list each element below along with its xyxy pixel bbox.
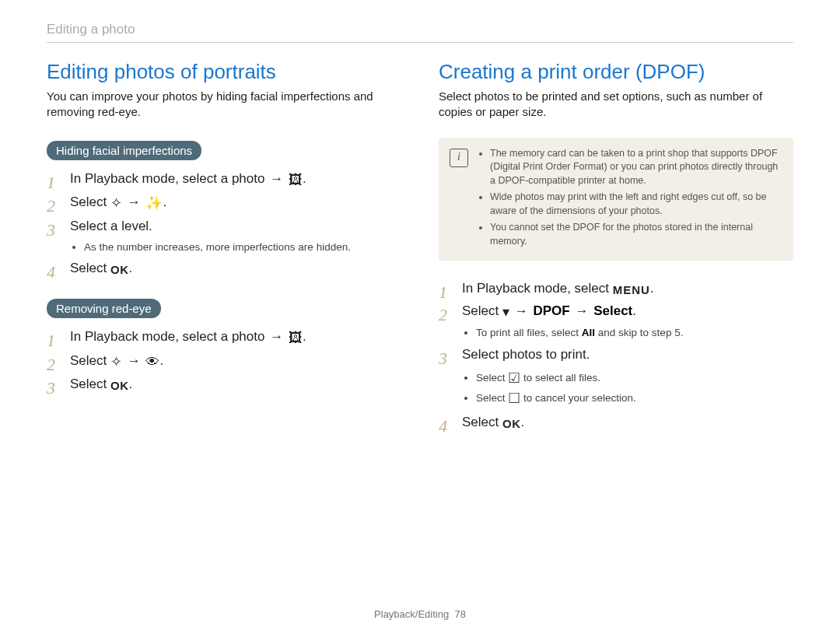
breadcrumb: Editing a photo <box>47 22 793 43</box>
step-text: Select <box>462 303 502 318</box>
arrow-icon: → <box>126 353 142 368</box>
step-text: Select <box>462 415 502 429</box>
sub-text: Select <box>476 372 508 384</box>
arrow-icon: → <box>513 303 530 318</box>
page-footer: Playback/Editing 78 <box>0 608 840 620</box>
step: Select ▾ → DPOF → Select. To print all f… <box>439 300 793 341</box>
sub-item: Select ☐ to cancel your selection. <box>476 388 793 408</box>
sub-list: Select ☑ to select all files. Select ☐ t… <box>462 368 793 408</box>
step: Select ✧ → 👁. <box>47 350 401 374</box>
sub-text: and skip to step 5. <box>595 327 683 338</box>
arrow-icon: → <box>268 171 285 186</box>
step: In Playback mode, select a photo → 🖼. <box>47 326 401 350</box>
sub-item: As the number increases, more imperfecti… <box>84 240 401 255</box>
step-text: Select <box>70 261 110 275</box>
step-text: Select a level. <box>70 219 152 233</box>
step: Select photos to print. Select ☑ to sele… <box>439 344 793 408</box>
face-retouch-icon: ✧ <box>110 350 122 374</box>
sub-item: To print all files, select All and skip … <box>476 325 793 341</box>
step: Select OK. <box>47 373 401 396</box>
face-retouch-icon: ✧ <box>110 191 122 215</box>
beauty-icon: ✨ <box>145 191 163 215</box>
steps-dpof: In Playback mode, select MENU. Select ▾ … <box>439 278 793 434</box>
step-text: In Playback mode, select a photo <box>70 171 268 186</box>
sub-item: Select ☑ to select all files. <box>476 368 793 388</box>
all-label: All <box>582 327 595 338</box>
deselect-icon: ☐ <box>508 388 520 408</box>
chevron-down-icon: ▾ <box>502 300 509 324</box>
steps-redeye: In Playback mode, select a photo → 🖼. Se… <box>47 326 401 396</box>
left-intro: You can improve your photos by hiding fa… <box>47 89 401 121</box>
step: Select OK. <box>47 257 401 280</box>
select-label: Select <box>593 303 632 318</box>
step-text: In Playback mode, select <box>462 281 613 296</box>
note-item: Wide photos may print with the left and … <box>490 191 782 218</box>
step-text: Select photos to print. <box>462 347 590 362</box>
dpof-label: DPOF <box>533 303 569 318</box>
step-text: In Playback mode, select a photo <box>70 329 268 344</box>
step-text: Select <box>70 194 110 209</box>
footer-section: Playback/Editing <box>374 608 449 620</box>
left-column: Editing photos of portraits You can impr… <box>47 60 401 450</box>
step: In Playback mode, select a photo → 🖼. <box>47 168 401 192</box>
step: Select ✧ → ✨. <box>47 191 401 215</box>
sub-text: to cancel your selection. <box>520 392 636 404</box>
pill-removing-red-eye: Removing red-eye <box>47 299 161 318</box>
ok-icon: OK <box>502 414 521 434</box>
edit-photo-icon: 🖼 <box>289 168 303 192</box>
edit-photo-icon: 🖼 <box>289 326 303 350</box>
ok-icon: OK <box>110 260 129 280</box>
note-item: The memory card can be taken to a print … <box>490 147 782 188</box>
step: Select OK. <box>439 412 793 434</box>
arrow-icon: → <box>126 194 142 209</box>
sub-list: As the number increases, more imperfecti… <box>70 240 401 255</box>
ok-icon: OK <box>110 376 129 396</box>
sub-text: to select all files. <box>520 372 600 384</box>
info-icon: i <box>450 149 468 167</box>
sub-text: To print all files, select <box>476 327 582 338</box>
manual-page: Editing a photo Editing photos of portra… <box>0 0 840 634</box>
steps-hiding: In Playback mode, select a photo → 🖼. Se… <box>47 168 401 281</box>
note-item: You cannot set the DPOF for the photos s… <box>490 221 782 248</box>
arrow-icon: → <box>268 329 285 344</box>
right-intro: Select photos to be printed and set opti… <box>439 89 793 121</box>
step-text: Select <box>70 353 110 368</box>
step: In Playback mode, select MENU. <box>439 278 793 300</box>
step: Select a level. As the number increases,… <box>47 215 401 254</box>
left-title: Editing photos of portraits <box>47 60 401 84</box>
right-column: Creating a print order (DPOF) Select pho… <box>439 60 793 450</box>
step-text: Select <box>70 377 110 391</box>
footer-page-number: 78 <box>454 608 465 620</box>
menu-icon: MENU <box>613 280 650 300</box>
note-list: The memory card can be taken to a print … <box>478 147 782 249</box>
pill-hiding-facial-imperfections: Hiding facial imperfections <box>47 141 201 160</box>
note-box: i The memory card can be taken to a prin… <box>439 138 793 261</box>
sub-list: To print all files, select All and skip … <box>462 325 793 341</box>
content-columns: Editing photos of portraits You can impr… <box>47 60 793 450</box>
right-title: Creating a print order (DPOF) <box>439 60 793 84</box>
sub-text: Select <box>476 392 508 404</box>
select-all-icon: ☑ <box>508 368 520 388</box>
red-eye-icon: 👁 <box>145 350 159 374</box>
arrow-icon: → <box>573 303 590 318</box>
